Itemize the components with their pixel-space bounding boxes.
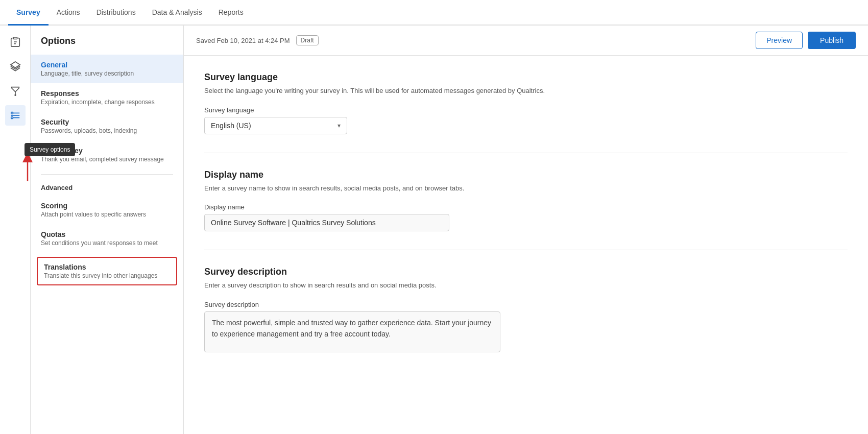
option-translations[interactable]: Translations Translate this survey into …	[37, 257, 177, 285]
option-security-name: Security	[41, 118, 173, 126]
preview-button[interactable]: Preview	[756, 32, 803, 49]
draft-badge: Draft	[296, 35, 319, 45]
option-responses[interactable]: Responses Expiration, incomplete, change…	[31, 83, 183, 112]
svg-rect-0	[13, 37, 17, 39]
survey-language-desc: Select the language you're writing your …	[204, 86, 848, 96]
display-name-title: Display name	[204, 170, 848, 180]
dropdown-value: English (US)	[211, 122, 251, 130]
display-name-field-label: Display name	[204, 203, 848, 211]
tab-distributions[interactable]: Distributions	[88, 0, 144, 26]
options-title: Options	[31, 36, 183, 55]
section-survey-language: Survey language Select the language you'…	[204, 72, 848, 134]
tab-data-analysis[interactable]: Data & Analysis	[144, 0, 210, 26]
publish-button[interactable]: Publish	[808, 32, 856, 49]
section-divider-2	[204, 250, 848, 250]
survey-options-tooltip: Survey options	[25, 143, 75, 156]
option-post-survey-desc: Thank you email, completed survey messag…	[41, 156, 173, 163]
option-scoring-desc: Attach point values to specific answers	[41, 211, 173, 218]
option-general-desc: Language, title, survey description	[41, 70, 173, 77]
header-right: Preview Publish	[756, 32, 856, 49]
option-general-name: General	[41, 61, 173, 69]
content-header: Saved Feb 10, 2021 at 4:24 PM Draft Prev…	[184, 26, 868, 56]
option-scoring[interactable]: Scoring Attach point values to specific …	[31, 196, 183, 224]
tab-actions[interactable]: Actions	[49, 0, 88, 26]
main-layout: Survey options Options General Language,…	[0, 26, 868, 434]
options-divider	[41, 174, 173, 175]
section-divider-1	[204, 153, 848, 153]
option-translations-name: Translations	[44, 263, 170, 271]
option-responses-desc: Expiration, incomplete, change responses	[41, 99, 173, 106]
display-name-desc: Enter a survey name to show in search re…	[204, 183, 848, 194]
option-scoring-name: Scoring	[41, 202, 173, 210]
chevron-down-icon: ▾	[337, 122, 341, 129]
section-survey-description: Survey description Enter a survey descri…	[204, 267, 848, 352]
saved-text: Saved Feb 10, 2021 at 4:24 PM	[196, 37, 290, 44]
tab-reports[interactable]: Reports	[210, 0, 252, 26]
option-security-desc: Passwords, uploads, bots, indexing	[41, 127, 173, 134]
options-icon-btn[interactable]	[5, 105, 26, 126]
top-navigation: Survey Actions Distributions Data & Anal…	[0, 0, 868, 26]
tab-survey[interactable]: Survey	[8, 0, 49, 26]
section-display-name: Display name Enter a survey name to show…	[204, 170, 848, 232]
layers-icon-btn[interactable]	[5, 56, 26, 77]
survey-description-desc: Enter a survey description to show in se…	[204, 280, 848, 291]
svg-rect-5	[11, 112, 13, 114]
svg-point-4	[15, 94, 16, 95]
icon-sidebar: Survey options	[0, 26, 31, 434]
options-panel: Options General Language, title, survey …	[31, 26, 184, 434]
content-body: Survey language Select the language you'…	[184, 56, 868, 387]
option-general[interactable]: General Language, title, survey descript…	[31, 55, 183, 83]
option-responses-name: Responses	[41, 89, 173, 98]
option-translations-desc: Translate this survey into other languag…	[44, 272, 170, 279]
display-name-input[interactable]: Online Survey Software | Qualtrics Surve…	[204, 214, 449, 231]
paint-icon-btn[interactable]	[5, 81, 26, 101]
option-security[interactable]: Security Passwords, uploads, bots, index…	[31, 112, 183, 140]
option-quotas-desc: Set conditions you want responses to mee…	[41, 239, 173, 247]
svg-rect-6	[11, 117, 13, 119]
survey-description-title: Survey description	[204, 267, 848, 277]
survey-language-field-label: Survey language	[204, 106, 848, 114]
red-arrow-indicator	[22, 153, 33, 184]
survey-language-title: Survey language	[204, 72, 848, 83]
survey-description-field-label: Survey description	[204, 301, 848, 308]
clipboard-icon-btn[interactable]	[5, 32, 26, 52]
header-left: Saved Feb 10, 2021 at 4:24 PM Draft	[196, 35, 319, 45]
option-quotas-name: Quotas	[41, 230, 173, 238]
advanced-label: Advanced	[31, 180, 183, 196]
option-quotas[interactable]: Quotas Set conditions you want responses…	[31, 224, 183, 253]
content-area: Saved Feb 10, 2021 at 4:24 PM Draft Prev…	[184, 26, 868, 434]
survey-language-dropdown[interactable]: English (US) ▾	[204, 117, 347, 134]
survey-description-textarea[interactable]: The most powerful, simple and trusted wa…	[204, 311, 500, 352]
